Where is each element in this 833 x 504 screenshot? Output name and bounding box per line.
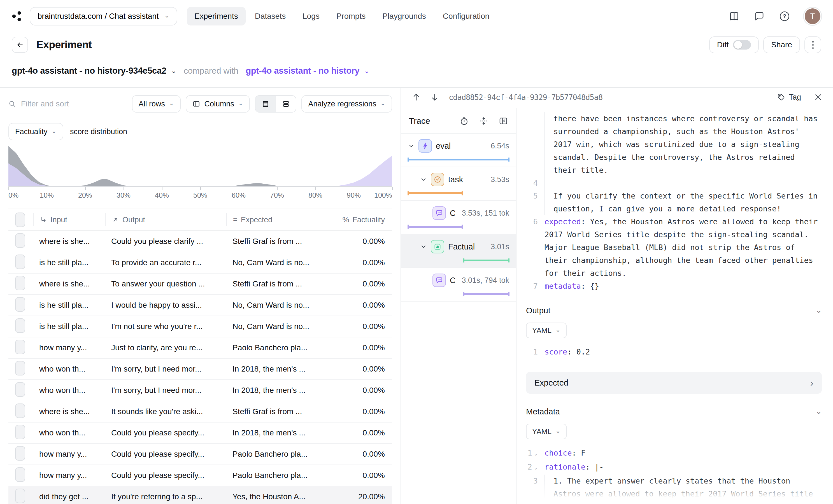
metadata-format-select[interactable]: YAML⌄ bbox=[526, 424, 567, 439]
filter-input-wrap[interactable] bbox=[8, 99, 127, 109]
table-row[interactable]: is he still pla...To provide an accurate… bbox=[8, 252, 392, 273]
row-checkbox[interactable] bbox=[15, 318, 25, 333]
row-checkbox[interactable] bbox=[15, 488, 25, 503]
collapse-line-icon[interactable]: ⌄ bbox=[534, 462, 538, 475]
help-icon[interactable]: ? bbox=[779, 10, 790, 22]
cell-input[interactable]: how many y... bbox=[33, 450, 105, 459]
analyze-regressions-button[interactable]: Analyze regressions⌄ bbox=[301, 95, 392, 113]
metadata-section-header[interactable]: Metadata ⌄ bbox=[526, 407, 822, 416]
collapse-spans-icon[interactable] bbox=[479, 116, 489, 126]
output-format-select[interactable]: YAML⌄ bbox=[526, 322, 567, 338]
chevron-down-icon[interactable] bbox=[420, 243, 427, 250]
tab-datasets[interactable]: Datasets bbox=[247, 7, 293, 25]
cell-output[interactable]: Just to clarify, are you re... bbox=[105, 343, 226, 352]
feedback-chat-icon[interactable] bbox=[754, 10, 765, 22]
avatar[interactable]: T bbox=[804, 7, 821, 25]
row-checkbox[interactable] bbox=[15, 404, 25, 418]
table-row[interactable]: is he still pla...I'm not sure who you'r… bbox=[8, 316, 392, 337]
cell-expected[interactable]: In 2018, the men's ... bbox=[226, 386, 328, 395]
row-checkbox[interactable] bbox=[15, 467, 25, 482]
collapse-line-icon[interactable]: ⌄ bbox=[534, 448, 538, 461]
comparison-experiment-name[interactable]: gpt-4o assistant - no history bbox=[246, 66, 359, 76]
filter-input[interactable] bbox=[21, 99, 127, 109]
row-checkbox[interactable] bbox=[15, 297, 25, 312]
row-checkbox[interactable] bbox=[15, 276, 25, 290]
cell-expected[interactable]: In 2018, the men's ... bbox=[226, 428, 328, 437]
cell-expected[interactable]: Steffi Graf is from ... bbox=[226, 407, 328, 416]
tab-experiments[interactable]: Experiments bbox=[187, 7, 246, 25]
cell-input[interactable]: is he still pla... bbox=[33, 322, 105, 331]
diff-toggle[interactable] bbox=[733, 40, 751, 50]
cell-expected[interactable]: Steffi Graf is from ... bbox=[226, 280, 328, 288]
cell-input[interactable]: who won th... bbox=[33, 386, 105, 395]
cell-expected[interactable]: In 2018, the men's ... bbox=[226, 364, 328, 374]
column-header-expected[interactable]: = Expected bbox=[226, 213, 328, 226]
table-row[interactable]: how many y...Could you please specify...… bbox=[8, 444, 392, 465]
output-section-header[interactable]: Output ⌄ bbox=[526, 306, 822, 315]
cell-output[interactable]: I'm not sure who you're r... bbox=[105, 322, 226, 331]
trace-span-eval[interactable]: eval6.54s bbox=[401, 134, 516, 167]
trace-span-factual[interactable]: Factual3.01s bbox=[401, 234, 516, 268]
trace-span-chat-[interactable]: Chat...3.53s, 151 tok bbox=[401, 201, 516, 234]
more-options-button[interactable] bbox=[804, 37, 821, 53]
cell-input[interactable]: where is she... bbox=[33, 407, 105, 416]
cell-input[interactable]: is he still pla... bbox=[33, 301, 105, 310]
tab-logs[interactable]: Logs bbox=[295, 7, 327, 25]
share-button[interactable]: Share bbox=[763, 37, 800, 53]
table-row[interactable]: where is she...Could you please clarify … bbox=[8, 231, 392, 252]
table-row[interactable]: who won th...Could you please specify...… bbox=[8, 423, 392, 444]
docs-book-icon[interactable] bbox=[728, 10, 740, 22]
prev-row-button[interactable] bbox=[412, 93, 421, 102]
cell-output[interactable]: It sounds like you're aski... bbox=[105, 407, 226, 416]
cell-output[interactable]: To answer your question ... bbox=[105, 280, 226, 288]
timing-stopwatch-icon[interactable] bbox=[459, 116, 469, 126]
table-row[interactable]: where is she...To answer your question .… bbox=[8, 273, 392, 295]
row-checkbox[interactable] bbox=[15, 340, 25, 354]
cell-expected[interactable]: Yes, the Houston A... bbox=[226, 492, 328, 501]
row-checkbox[interactable] bbox=[15, 233, 25, 248]
columns-button[interactable]: Columns⌄ bbox=[186, 95, 250, 113]
table-row[interactable]: did they get ...If you're referring to a… bbox=[8, 486, 392, 504]
tab-configuration[interactable]: Configuration bbox=[435, 7, 497, 25]
select-all-checkbox[interactable] bbox=[15, 213, 25, 227]
cell-expected[interactable]: Steffi Graf is from ... bbox=[226, 237, 328, 246]
table-row[interactable]: how many y...Could you please specify...… bbox=[8, 465, 392, 486]
cell-output[interactable]: I'm sorry, but I need mor... bbox=[105, 364, 226, 374]
column-header-input[interactable]: Input bbox=[33, 213, 105, 226]
cell-output[interactable]: Could you please specify... bbox=[105, 471, 226, 480]
cell-output[interactable]: I'm sorry, but I need mor... bbox=[105, 386, 226, 395]
metric-select[interactable]: Factuality⌄ bbox=[8, 123, 63, 140]
project-selector[interactable]: braintrustdata.com / Chat assistant ⌄ bbox=[30, 7, 177, 25]
cell-input[interactable]: where is she... bbox=[33, 237, 105, 246]
row-checkbox[interactable] bbox=[15, 446, 25, 461]
row-checkbox[interactable] bbox=[15, 382, 25, 397]
score-distribution-chart[interactable] bbox=[8, 145, 392, 187]
table-row[interactable]: how many y...Just to clarify, are you re… bbox=[8, 337, 392, 359]
cell-input[interactable]: how many y... bbox=[33, 343, 105, 352]
rows-filter-button[interactable]: All rows⌄ bbox=[132, 95, 181, 113]
dense-rows-view-button[interactable] bbox=[256, 96, 276, 112]
cell-input[interactable]: is he still pla... bbox=[33, 258, 105, 267]
base-experiment-selector[interactable]: ⌄ bbox=[171, 68, 176, 74]
cell-input[interactable]: where is she... bbox=[33, 280, 105, 288]
cell-input[interactable]: who won th... bbox=[33, 428, 105, 437]
back-button[interactable] bbox=[12, 37, 28, 53]
cell-output[interactable]: To provide an accurate r... bbox=[105, 258, 226, 267]
chevron-down-icon[interactable] bbox=[408, 143, 414, 149]
cell-expected[interactable]: No, Cam Ward is no... bbox=[226, 258, 328, 267]
cell-expected[interactable]: No, Cam Ward is no... bbox=[226, 322, 328, 331]
table-row[interactable]: who won th...I'm sorry, but I need mor..… bbox=[8, 380, 392, 401]
chevron-down-icon[interactable] bbox=[420, 176, 427, 183]
comparison-experiment-selector[interactable]: ⌄ bbox=[364, 68, 370, 74]
cell-input[interactable]: did they get ... bbox=[33, 492, 105, 501]
column-header-factuality[interactable]: % Factuality bbox=[328, 213, 392, 226]
trace-span-task[interactable]: task3.53s bbox=[401, 167, 516, 201]
cell-output[interactable]: Could you please clarify ... bbox=[105, 237, 226, 246]
cell-expected[interactable]: No, Cam Ward is no... bbox=[226, 301, 328, 310]
table-row[interactable]: is he still pla...I would be happy to as… bbox=[8, 295, 392, 316]
trace-span-chat-[interactable]: Chat...3.01s, 794 tok bbox=[401, 268, 516, 302]
split-rows-view-button[interactable] bbox=[276, 96, 296, 112]
cell-output[interactable]: I would be happy to assi... bbox=[105, 301, 226, 310]
table-row[interactable]: who won th...I'm sorry, but I need mor..… bbox=[8, 359, 392, 380]
cell-input[interactable]: how many y... bbox=[33, 471, 105, 480]
